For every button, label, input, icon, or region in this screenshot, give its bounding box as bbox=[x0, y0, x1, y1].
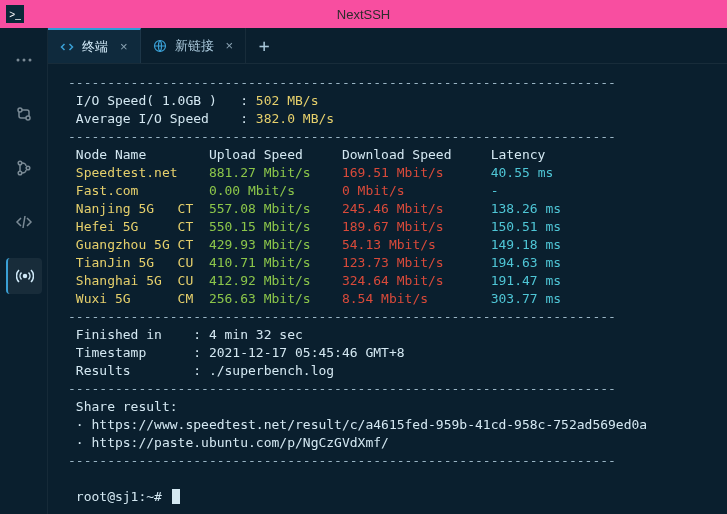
upload-cell: 0.00 Mbit/s bbox=[209, 183, 342, 198]
results-line: Results : ./superbench.log bbox=[68, 363, 334, 378]
window-title: NextSSH bbox=[337, 7, 390, 22]
add-tab-button[interactable]: + bbox=[246, 28, 282, 63]
finished-line: Finished in : 4 min 32 sec bbox=[68, 327, 303, 342]
close-icon[interactable]: × bbox=[120, 39, 128, 54]
tab-label: 终端 bbox=[82, 38, 108, 56]
download-cell: 169.51 Mbit/s bbox=[342, 165, 491, 180]
sidebar bbox=[0, 28, 48, 514]
download-cell: 54.13 Mbit/s bbox=[342, 237, 491, 252]
svg-point-4 bbox=[26, 116, 30, 120]
download-cell: 324.64 Mbit/s bbox=[342, 273, 491, 288]
latency-cell: 150.51 ms bbox=[491, 219, 561, 234]
latency-cell: 194.63 ms bbox=[491, 255, 561, 270]
node-cell: Guangzhou 5G CT bbox=[68, 237, 209, 252]
svg-point-6 bbox=[18, 171, 22, 175]
io-speed-label: I/O Speed( 1.0GB ) : bbox=[68, 93, 256, 108]
main-container: 终端 × 新链接 × + ---------------------------… bbox=[0, 28, 727, 514]
broadcast-icon[interactable] bbox=[6, 258, 42, 294]
cursor bbox=[172, 489, 180, 504]
download-cell: 245.46 Mbit/s bbox=[342, 201, 491, 216]
latency-cell: 138.26 ms bbox=[491, 201, 561, 216]
svg-point-5 bbox=[18, 161, 22, 165]
connection-icon[interactable] bbox=[6, 96, 42, 132]
app-icon: >_ bbox=[6, 5, 24, 23]
prompt: root@sj1:~# bbox=[68, 489, 170, 504]
latency-cell: 303.77 ms bbox=[491, 291, 561, 306]
svg-point-3 bbox=[18, 108, 22, 112]
divider: ----------------------------------------… bbox=[68, 309, 616, 324]
download-cell: 123.73 Mbit/s bbox=[342, 255, 491, 270]
latency-cell: 40.55 ms bbox=[491, 165, 554, 180]
upload-cell: 557.08 Mbit/s bbox=[209, 201, 342, 216]
avg-speed-value: 382.0 MB/s bbox=[256, 111, 334, 126]
tab-terminal[interactable]: 终端 × bbox=[48, 28, 141, 63]
content-area: 终端 × 新链接 × + ---------------------------… bbox=[48, 28, 727, 514]
share-header: Share result: bbox=[68, 399, 178, 414]
code-icon[interactable] bbox=[6, 204, 42, 240]
divider: ----------------------------------------… bbox=[68, 453, 616, 468]
node-cell: Speedtest.net bbox=[68, 165, 209, 180]
menu-icon[interactable] bbox=[6, 42, 42, 78]
node-cell: Hefei 5G CT bbox=[68, 219, 209, 234]
table-header: Node Name Upload Speed Download Speed La… bbox=[68, 147, 545, 162]
latency-cell: - bbox=[491, 183, 499, 198]
node-cell: Wuxi 5G CM bbox=[68, 291, 209, 306]
divider: ----------------------------------------… bbox=[68, 129, 616, 144]
upload-cell: 412.92 Mbit/s bbox=[209, 273, 342, 288]
code-icon bbox=[60, 40, 74, 54]
avg-speed-label: Average I/O Speed : bbox=[68, 111, 256, 126]
upload-cell: 881.27 Mbit/s bbox=[209, 165, 342, 180]
node-cell: Shanghai 5G CU bbox=[68, 273, 209, 288]
upload-cell: 429.93 Mbit/s bbox=[209, 237, 342, 252]
upload-cell: 550.15 Mbit/s bbox=[209, 219, 342, 234]
tab-bar: 终端 × 新链接 × + bbox=[48, 28, 727, 64]
download-cell: 189.67 Mbit/s bbox=[342, 219, 491, 234]
io-speed-value: 502 MB/s bbox=[256, 93, 319, 108]
node-cell: Fast.com bbox=[68, 183, 209, 198]
svg-point-2 bbox=[28, 59, 31, 62]
svg-point-1 bbox=[22, 59, 25, 62]
latency-cell: 191.47 ms bbox=[491, 273, 561, 288]
upload-cell: 256.63 Mbit/s bbox=[209, 291, 342, 306]
svg-point-8 bbox=[23, 275, 26, 278]
svg-point-7 bbox=[26, 166, 30, 170]
upload-cell: 410.71 Mbit/s bbox=[209, 255, 342, 270]
svg-point-0 bbox=[16, 59, 19, 62]
globe-icon bbox=[153, 39, 167, 53]
close-icon[interactable]: × bbox=[226, 38, 234, 53]
download-cell: 0 Mbit/s bbox=[342, 183, 491, 198]
tab-new-connection[interactable]: 新链接 × bbox=[141, 28, 247, 63]
tab-label: 新链接 bbox=[175, 37, 214, 55]
divider: ----------------------------------------… bbox=[68, 381, 616, 396]
title-bar: >_ NextSSH bbox=[0, 0, 727, 28]
download-cell: 8.54 Mbit/s bbox=[342, 291, 491, 306]
share-link: · https://www.speedtest.net/result/c/a46… bbox=[68, 417, 647, 432]
latency-cell: 149.18 ms bbox=[491, 237, 561, 252]
divider: ----------------------------------------… bbox=[68, 75, 616, 90]
node-cell: Nanjing 5G CT bbox=[68, 201, 209, 216]
node-cell: TianJin 5G CU bbox=[68, 255, 209, 270]
terminal-output[interactable]: ----------------------------------------… bbox=[48, 64, 727, 514]
branch-icon[interactable] bbox=[6, 150, 42, 186]
share-link: · https://paste.ubuntu.com/p/NgCzGVdXmf/ bbox=[68, 435, 389, 450]
timestamp-line: Timestamp : 2021-12-17 05:45:46 GMT+8 bbox=[68, 345, 405, 360]
